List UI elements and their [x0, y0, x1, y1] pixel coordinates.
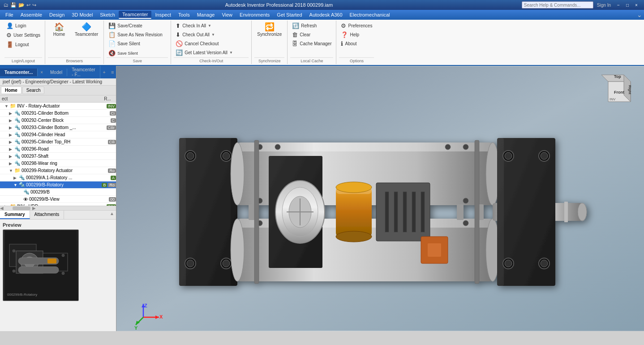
- expander-000299[interactable]: ▼: [9, 168, 14, 173]
- refresh-button[interactable]: 🔃 Refresh: [290, 22, 333, 30]
- ribbon-group-options-label: Options: [339, 57, 374, 63]
- expander-000298[interactable]: ▶: [9, 161, 14, 166]
- tab-teamcenter-close[interactable]: ×: [38, 69, 46, 76]
- svg-point-23: [223, 152, 230, 160]
- menu-assemble[interactable]: Assemble: [17, 11, 46, 18]
- expander-000299-b[interactable]: ▼: [13, 183, 19, 187]
- tree-col-name: ect: [2, 96, 101, 101]
- tree-item-000296[interactable]: ▶ 🔩 000296-Road: [0, 146, 116, 153]
- tree-item-000299-b2[interactable]: 🔩 000299/B: [0, 189, 116, 196]
- logout-button[interactable]: 🚪 Logout: [4, 40, 31, 49]
- tab-summary[interactable]: Summary: [0, 211, 30, 219]
- menu-view[interactable]: View: [218, 11, 236, 18]
- synchronize-button[interactable]: 🔁 Synchronize: [254, 22, 284, 38]
- tab-model[interactable]: Model: [46, 69, 67, 76]
- tree-item-000294[interactable]: ▶ 🔩 000294-Cilinder Head: [0, 131, 116, 138]
- tree-item-000298[interactable]: ▶ 🔩 000298-Wear ring: [0, 160, 116, 167]
- tree-item-inv-rotary-actuator[interactable]: ▼ 📁 INV - Rotary-Actuator INV: [0, 103, 116, 110]
- redo-icon[interactable]: ↪: [32, 2, 36, 8]
- save-as-new-revision-button[interactable]: 📋 Save As New Revision: [107, 30, 168, 39]
- tree-item-000293[interactable]: ▶ 🔩 000293-Cilinder Bottom _... Cilir: [0, 124, 116, 131]
- tab-attachments[interactable]: Attachments: [30, 211, 64, 219]
- tab-menu[interactable]: ≡: [108, 69, 116, 76]
- expander-000292[interactable]: ▶: [9, 118, 14, 123]
- expander-000296[interactable]: ▶: [9, 147, 14, 151]
- tree-item-000299-b-view[interactable]: 👁 000299/B-View 00: [0, 196, 116, 203]
- home-tab-button[interactable]: Home: [1, 86, 21, 94]
- expander-000297[interactable]: ▶: [9, 154, 14, 159]
- menu-teamcenter[interactable]: Teamcenter: [119, 11, 151, 19]
- tree-item-000297[interactable]: ▶ 🔩 000297-Shaft: [0, 153, 116, 160]
- 3d-viewport[interactable]: Z X Y: [116, 66, 644, 331]
- about-button[interactable]: ℹ About: [339, 39, 374, 48]
- sign-in-link[interactable]: Sign In: [597, 3, 611, 8]
- menu-inspect[interactable]: Inspect: [151, 11, 174, 18]
- check-out-dropdown[interactable]: ▼: [211, 33, 215, 37]
- maximize-button[interactable]: □: [623, 2, 631, 8]
- tree-item-000299[interactable]: ▼ 📁 000299-Rotatory Actuator Ro: [0, 167, 116, 174]
- help-button[interactable]: ❓ Help: [339, 30, 374, 39]
- menu-file[interactable]: File: [2, 11, 17, 18]
- expander-000295[interactable]: ▶: [9, 140, 14, 144]
- undo-icon[interactable]: ↩: [26, 2, 30, 8]
- horizontal-scrollbar[interactable]: ◀ ▶: [0, 206, 116, 210]
- menu-sketch[interactable]: Sketch: [96, 11, 119, 18]
- get-latest-version-button[interactable]: 🔄 Get Latest Version All ▼: [174, 48, 249, 57]
- preview-image: 000299/B-Rotatory: [3, 229, 79, 301]
- save-create-button[interactable]: 💾 Save/Create: [107, 22, 168, 30]
- teamcenter-browser-button[interactable]: 🔷 Teamcenter: [72, 22, 101, 38]
- search-tab-button[interactable]: Search: [22, 86, 45, 94]
- check-in-all-button[interactable]: ⬆ Check In All ▼: [174, 22, 249, 30]
- check-in-dropdown[interactable]: ▼: [208, 24, 211, 28]
- save-icon[interactable]: 💾: [10, 2, 17, 8]
- cache-manager-button[interactable]: 🗄 Cache Manager: [290, 39, 333, 48]
- menu-manage[interactable]: Manage: [193, 11, 219, 18]
- viewport[interactable]: Z X Y: [116, 66, 644, 331]
- menu-autodesk-a360[interactable]: Autodesk A360: [306, 11, 346, 18]
- user-settings-button[interactable]: ⚙ User Settings: [4, 31, 42, 39]
- tree-item-000292[interactable]: ▶ 🔩 000292-Center Block C: [0, 117, 116, 124]
- bottom-panel-scroll-up[interactable]: ▲: [108, 210, 116, 217]
- expander-000299-a1[interactable]: ▶: [13, 176, 19, 180]
- preferences-button[interactable]: ⚙ Preferences: [339, 22, 374, 30]
- open-icon[interactable]: 📂: [18, 2, 25, 8]
- expander-000293[interactable]: ▶: [9, 125, 14, 130]
- save-silent-button[interactable]: 🔇 Save Silent: [107, 49, 140, 57]
- minimize-button[interactable]: −: [614, 2, 623, 8]
- menu-design[interactable]: Design: [46, 11, 68, 18]
- help-search-input[interactable]: [522, 1, 593, 9]
- h-scroll-thumb[interactable]: [13, 207, 30, 210]
- tree-item-000299-b[interactable]: ▼ 🔩 000299/B-Rotatory B Ro: [0, 181, 116, 189]
- expander-000294[interactable]: ▶: [9, 133, 14, 137]
- svg-point-75: [463, 198, 468, 203]
- get-latest-dropdown[interactable]: ▼: [229, 51, 233, 55]
- login-button[interactable]: 👤 Login: [4, 22, 28, 30]
- home-browser-button[interactable]: 🏠 Home: [48, 22, 70, 38]
- menu-3dmodel[interactable]: 3D Model: [68, 11, 96, 18]
- window-controls[interactable]: − □ ×: [614, 2, 640, 8]
- svg-rect-7: [18, 267, 59, 273]
- cancel-checkout-button[interactable]: 🚫 Cancel Checkout: [174, 39, 249, 48]
- file-icon[interactable]: 🗂: [4, 2, 9, 8]
- tree-item-000295[interactable]: ▶ 🔩 000295-Cilinder Top_RH Cili: [0, 138, 116, 146]
- save-as-new-item-button[interactable]: 📄 Save Silent: [107, 39, 168, 48]
- menu-get-started[interactable]: Get Started: [273, 11, 305, 18]
- close-button[interactable]: ×: [632, 2, 640, 8]
- tab-add[interactable]: +: [100, 69, 108, 76]
- expander-inv-rotary[interactable]: ▼: [4, 104, 10, 108]
- tree-label-000296: 000296-Road: [21, 147, 116, 151]
- menu-tools[interactable]: Tools: [175, 11, 193, 18]
- clear-button[interactable]: 🗑 Clear: [290, 30, 333, 39]
- check-out-all-button[interactable]: ⬇ Check Out All ▼: [174, 30, 249, 39]
- view-cube[interactable]: Top Front Right INV: [601, 73, 637, 108]
- menu-environments[interactable]: Environments: [236, 11, 273, 18]
- tab-teamcenter-f[interactable]: Teamcenter - F...: [67, 66, 100, 78]
- menu-electromechanical[interactable]: Electromechanical: [346, 11, 394, 18]
- tree-item-000299-a1[interactable]: ▶ 🔩 000299/A.1-Rotatory ... A: [0, 174, 116, 181]
- ribbon-expand-icon[interactable]: ⌄: [637, 11, 642, 18]
- tab-teamcenter[interactable]: Teamcenter...: [0, 69, 38, 76]
- tree-item-000291[interactable]: ▶ 🔩 000291-Cilinder Bottom Ci: [0, 110, 116, 117]
- expander-000291[interactable]: ▶: [9, 111, 14, 116]
- tree-panel[interactable]: ▼ 📁 INV - Rotary-Actuator INV ▶ 🔩 000291…: [0, 103, 116, 206]
- quick-access-icons[interactable]: 🗂 💾 📂 ↩ ↪: [4, 2, 36, 8]
